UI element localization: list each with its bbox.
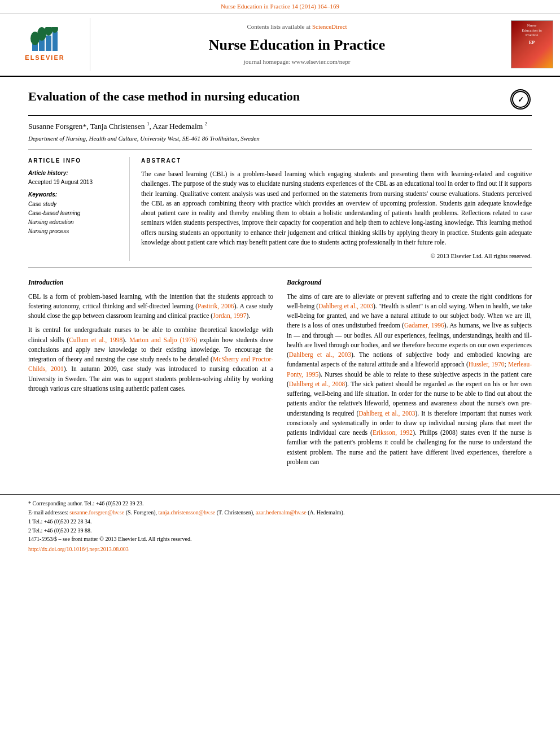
mcsherry-ref[interactable]: McSherry and Proctor-Childs, 2001: [28, 356, 273, 372]
marton-ref[interactable]: Marton and Saljo (1976): [129, 337, 197, 343]
affiliation: Department of Nursing, Health and Cultur…: [28, 134, 532, 143]
keyword-2: Case-based learning: [28, 209, 123, 218]
footnote-corresponding: * Corresponding author. Tel.: +46 (0)520…: [28, 499, 532, 508]
journal-cover-thumb-section: Nurse Education in Practice EP: [504, 18, 560, 71]
background-column: Background The aims of care are to allev…: [287, 277, 532, 472]
article-info-heading: ARTICLE INFO: [28, 157, 123, 165]
paper-content: Evaluation of the case method in nursing…: [0, 77, 560, 483]
abstract-col: ABSTRACT The case based learning (CBL) i…: [141, 157, 532, 260]
keywords-label: Keywords:: [28, 191, 123, 199]
crossmark-svg: ✓: [511, 90, 530, 108]
paper-title: Evaluation of the case method in nursing…: [28, 88, 509, 106]
pastirik-ref[interactable]: Pastirik, 2006: [198, 303, 234, 309]
elsevier-wordmark: ELSEVIER: [25, 54, 64, 62]
intro-heading: Introduction: [28, 277, 273, 287]
abstract-text: The case based learning (CBL) is a probl…: [141, 169, 532, 247]
journal-top-bar: Nurse Education in Practice 14 (2014) 16…: [0, 0, 560, 14]
intro-column: Introduction CBL is a form of problem-ba…: [28, 277, 273, 472]
elsevier-logo-section: ELSEVIER: [0, 18, 90, 71]
abstract-heading: ABSTRACT: [141, 157, 532, 165]
bg-para1: The aims of care are to alleviate or pre…: [287, 292, 532, 468]
authors-line: Susanne Forsgren*, Tanja Christensen 1, …: [28, 120, 532, 132]
cullum-ref[interactable]: Cullum et al., 1998: [69, 337, 123, 343]
keyword-1: Case study: [28, 200, 123, 209]
sciencedirect-link[interactable]: ScienceDirect: [312, 23, 347, 30]
keywords-list: Case study Case-based learning Nursing e…: [28, 200, 123, 236]
journal-info-center: Contents lists available at ScienceDirec…: [90, 18, 504, 71]
paper-footer: * Corresponding author. Tel.: +46 (0)520…: [0, 494, 560, 558]
cover-text: Nurse Education in Practice EP: [522, 23, 542, 45]
article-info-abstract-section: ARTICLE INFO Article history: Accepted 1…: [28, 150, 532, 268]
gadamer-ref[interactable]: Gadamer, 1996: [404, 322, 444, 329]
doi-line: http://dx.doi.org/10.1016/j.nepr.2013.08…: [28, 545, 532, 553]
journal-cover-thumbnail: Nurse Education in Practice EP: [511, 20, 553, 68]
journal-title: Nurse Education in Practice: [209, 35, 386, 55]
email-link-2[interactable]: tanja.christensson@hv.se: [158, 509, 215, 516]
email-link-3[interactable]: azar.hedemalm@hv.se: [256, 509, 307, 516]
dahlberg-2003b-ref[interactable]: Dahlberg et al., 2003: [289, 351, 351, 358]
article-history-label: Article history:: [28, 169, 123, 177]
dahlberg-2003-ref[interactable]: Dahlberg et al., 2003: [318, 303, 373, 309]
footnote-emails: E-mail addresses: susanne.forsgren@hv.se…: [28, 508, 532, 517]
body-columns: Introduction CBL is a form of problem-ba…: [28, 277, 532, 472]
copyright-line: © 2013 Elsevier Ltd. All rights reserved…: [141, 252, 532, 260]
page-wrapper: Nurse Education in Practice 14 (2014) 16…: [0, 0, 560, 558]
background-heading: Background: [287, 277, 532, 287]
crossmark-badge: ✓: [509, 88, 532, 111]
accepted-date: Accepted 19 August 2013: [28, 178, 123, 186]
svg-rect-1: [39, 40, 45, 51]
keyword-3: Nursing education: [28, 218, 123, 227]
svg-rect-2: [46, 36, 51, 51]
footnote-1: 1 Tel.: +46 (0)520 22 28 34.: [28, 517, 532, 526]
asterisk: *: [82, 122, 86, 130]
issn-line: 1471-5953/$ – see front matter © 2013 El…: [28, 535, 532, 543]
keyword-4: Nursing process: [28, 227, 123, 236]
footnote-2: 2 Tel.: +46 (0)520 22 39 88.: [28, 526, 532, 535]
journal-citation: Nurse Education in Practice 14 (2014) 16…: [221, 3, 339, 10]
intro-para1: CBL is a form of problem-based learning,…: [28, 292, 273, 321]
journal-header: ELSEVIER Contents lists available at Sci…: [0, 14, 560, 76]
article-info-col: ARTICLE INFO Article history: Accepted 1…: [28, 157, 130, 260]
svg-rect-3: [53, 32, 58, 51]
footnotes: * Corresponding author. Tel.: +46 (0)520…: [28, 499, 532, 535]
dahlberg-2003c-ref[interactable]: Dahlberg et al., 2003: [358, 410, 415, 417]
hussler-ref[interactable]: Hussler, 1970: [469, 361, 505, 368]
elsevier-logo: ELSEVIER: [25, 27, 64, 62]
elsevier-tree-icon: [29, 27, 60, 53]
journal-homepage: journal homepage: www.elsevier.com/nepr: [244, 58, 351, 66]
doi-link[interactable]: http://dx.doi.org/10.1016/j.nepr.2013.08…: [28, 546, 129, 552]
jordan-ref[interactable]: Jordan, 1997: [213, 312, 246, 319]
intro-para2: It is central for undergraduate nurses t…: [28, 325, 273, 394]
eriksson-ref[interactable]: Eriksson, 1992: [373, 429, 413, 436]
dahlberg-2008-ref[interactable]: Dahlberg et al., 2008: [289, 381, 345, 387]
sciencedirect-text: Contents lists available at ScienceDirec…: [247, 23, 347, 31]
crossmark-icon: ✓: [510, 89, 531, 110]
svg-text:✓: ✓: [518, 95, 524, 104]
email-link-1[interactable]: susanne.forsgren@hv.se: [69, 509, 124, 516]
